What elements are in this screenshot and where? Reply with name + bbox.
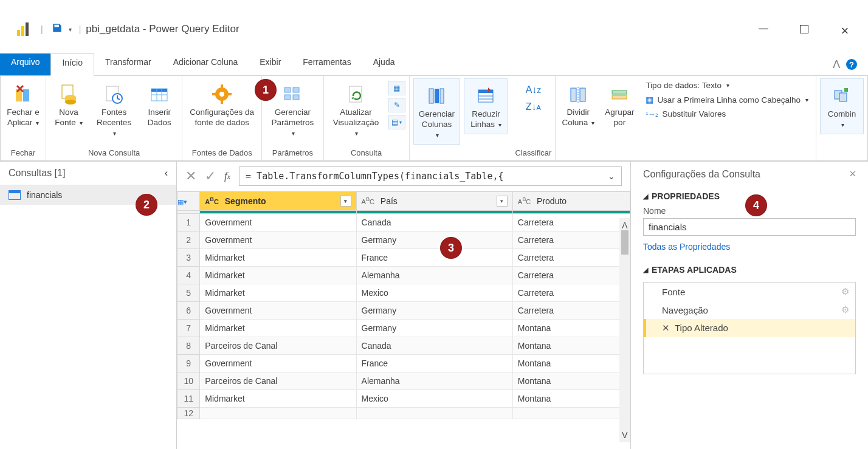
tab-transform[interactable]: Transformar xyxy=(94,53,162,75)
close-window-button[interactable]: × xyxy=(834,23,856,39)
name-input[interactable]: financials xyxy=(643,218,856,236)
row-number[interactable]: 10 xyxy=(177,372,200,390)
recent-sources-button[interactable]: Fontes Recentes ▾ xyxy=(91,78,137,139)
cell-produto[interactable]: Montana xyxy=(512,320,630,337)
row-number[interactable]: 7 xyxy=(177,320,200,337)
cell-produto[interactable]: Carretera xyxy=(512,284,630,302)
data-type-menu[interactable]: Tipo de dados: Texto ▾ xyxy=(646,81,808,90)
table-row[interactable]: 3MidmarketFranceCarretera xyxy=(177,249,630,267)
reduce-rows-button[interactable]: Reduzir Linhas ▾ xyxy=(464,78,508,134)
filter-dropdown-icon[interactable]: ▾ xyxy=(497,196,508,207)
tab-help[interactable]: Ajuda xyxy=(362,53,406,75)
cell-segmento[interactable]: Midmarket xyxy=(200,284,356,302)
table-row[interactable]: 12 xyxy=(177,408,630,419)
row-number[interactable]: 9 xyxy=(177,355,200,372)
cell-pais[interactable]: Canada xyxy=(356,337,512,355)
cell-segmento[interactable]: Government xyxy=(200,214,356,231)
formula-expand-icon[interactable]: ⌄ xyxy=(608,171,615,181)
cell-segmento[interactable]: Midmarket xyxy=(200,320,356,337)
table-row[interactable]: 1GovernmentCanadaCarretera xyxy=(177,214,630,231)
cell-produto[interactable]: Montana xyxy=(512,337,630,355)
close-settings-icon[interactable]: × xyxy=(849,168,856,180)
cell-produto[interactable]: Montana xyxy=(512,355,630,372)
scroll-up-icon[interactable]: ᐱ xyxy=(622,221,628,230)
enter-data-button[interactable]: Inserir Dados xyxy=(140,78,178,128)
combine-button[interactable]: Combin▾ xyxy=(820,78,864,134)
minimize-button[interactable]: — xyxy=(753,23,774,39)
column-header-produto[interactable]: ABC Produto xyxy=(513,193,630,210)
table-row[interactable]: 5MidmarketMexicoCarretera xyxy=(177,284,630,302)
gear-icon[interactable]: ⚙ xyxy=(841,304,849,315)
collapse-ribbon-icon[interactable]: ᐱ xyxy=(833,58,840,71)
advanced-editor-icon[interactable]: ✎ xyxy=(388,98,405,112)
group-by-button[interactable]: Agrupar por xyxy=(601,78,638,128)
row-number[interactable]: 1 xyxy=(177,214,200,231)
table-row[interactable]: 11MidmarketMexicoMontana xyxy=(177,390,630,408)
tab-add-column[interactable]: Adicionar Coluna xyxy=(162,53,249,75)
row-number[interactable]: 4 xyxy=(177,267,200,284)
qat-dropdown[interactable]: ▾ xyxy=(66,26,74,33)
table-row[interactable]: 4MidmarketAlemanhaCarretera xyxy=(177,267,630,284)
help-icon[interactable]: ? xyxy=(846,59,857,70)
cell-produto[interactable]: Carretera xyxy=(512,231,630,249)
cell-segmento[interactable]: Parceiros de Canal xyxy=(200,372,356,390)
tab-tools[interactable]: Ferramentas xyxy=(292,53,362,75)
cell-segmento[interactable]: Government xyxy=(200,231,356,249)
save-icon[interactable] xyxy=(48,22,66,36)
cell-pais[interactable]: Mexico xyxy=(356,284,512,302)
new-source-button[interactable]: Nova Fonte ▾ xyxy=(50,78,88,128)
scrollbar-thumb[interactable] xyxy=(621,230,629,255)
tab-file[interactable]: Arquivo xyxy=(0,53,50,75)
cell-segmento[interactable]: Midmarket xyxy=(200,390,356,408)
cell-pais[interactable]: France xyxy=(356,249,512,267)
refresh-preview-button[interactable]: Atualizar Visualização ▾ xyxy=(328,78,385,139)
maximize-button[interactable] xyxy=(800,25,808,33)
formula-input[interactable]: = Table.TransformColumnTypes(financials_… xyxy=(239,166,622,186)
row-number[interactable]: 5 xyxy=(177,284,200,302)
cell-segmento[interactable]: Government xyxy=(200,302,356,320)
cell-produto[interactable]: Carretera xyxy=(512,267,630,284)
split-column-button[interactable]: Dividir Coluna ▾ xyxy=(559,78,597,128)
cell-pais[interactable]: Alemanha xyxy=(356,372,512,390)
fx-icon[interactable]: fx xyxy=(224,170,230,182)
cell-segmento[interactable]: Government xyxy=(200,355,356,372)
row-number[interactable]: 12 xyxy=(177,408,200,419)
table-row[interactable]: 10Parceiros de CanalAlemanhaMontana xyxy=(177,372,630,390)
cell-produto[interactable] xyxy=(512,408,630,419)
cell-pais[interactable]: Germany xyxy=(356,231,512,249)
table-row[interactable]: 8Parceiros de CanalCanadaMontana xyxy=(177,337,630,355)
collapse-queries-icon[interactable]: ‹ xyxy=(165,168,168,179)
cell-produto[interactable]: Montana xyxy=(512,390,630,408)
cell-produto[interactable]: Carretera xyxy=(512,302,630,320)
cell-pais[interactable]: Germany xyxy=(356,302,512,320)
scroll-down-icon[interactable]: ᐯ xyxy=(622,430,628,440)
vertical-scrollbar[interactable]: ᐱ ᐯ xyxy=(619,218,630,442)
cell-produto[interactable]: Montana xyxy=(512,372,630,390)
delete-step-icon[interactable]: ✕ xyxy=(662,323,670,333)
row-number[interactable]: 11 xyxy=(177,390,200,408)
cell-segmento[interactable]: Midmarket xyxy=(200,249,356,267)
gear-icon[interactable]: ⚙ xyxy=(841,286,849,297)
cancel-formula-icon[interactable]: ✕ xyxy=(185,168,196,184)
first-row-header-menu[interactable]: ▦ Usar a Primeira Linha como Cabeçalho ▾ xyxy=(646,95,808,105)
cell-produto[interactable]: Carretera xyxy=(512,249,630,267)
step-tipo-alterado[interactable]: ✕Tipo Alterado xyxy=(644,319,855,337)
row-number[interactable]: 3 xyxy=(177,249,200,267)
row-number[interactable]: 8 xyxy=(177,337,200,355)
cell-segmento[interactable] xyxy=(200,408,356,419)
manage-columns-button[interactable]: Gerenciar Colunas ▾ xyxy=(413,78,461,145)
close-apply-button[interactable]: Fechar e Aplicar ▾ xyxy=(4,78,42,128)
row-number[interactable]: 2 xyxy=(177,231,200,249)
table-row[interactable]: 6GovernmentGermanyCarretera xyxy=(177,302,630,320)
table-row[interactable]: 9GovernmentFranceMontana xyxy=(177,355,630,372)
row-number[interactable]: 6 xyxy=(177,302,200,320)
cell-segmento[interactable]: Midmarket xyxy=(200,267,356,284)
select-all-corner[interactable]: ▦▾ xyxy=(177,192,200,211)
cell-segmento[interactable]: Parceiros de Canal xyxy=(200,337,356,355)
all-properties-link[interactable]: Todas as Propriedades xyxy=(631,241,868,253)
column-header-segmento[interactable]: ABC Segmento▾ xyxy=(200,192,356,210)
confirm-formula-icon[interactable]: ✓ xyxy=(205,168,216,184)
properties-icon[interactable]: ▦ xyxy=(388,81,405,95)
cell-pais[interactable]: Alemanha xyxy=(356,267,512,284)
cell-pais[interactable] xyxy=(356,408,512,419)
